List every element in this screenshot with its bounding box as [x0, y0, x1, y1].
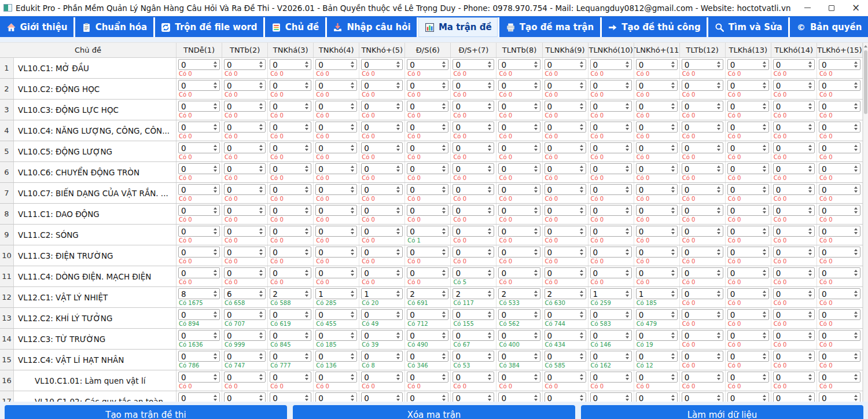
spinner-value[interactable]: 0 [593, 123, 598, 132]
spinner-value[interactable]: 0 [410, 331, 415, 340]
scrollbar-thumb[interactable] [864, 50, 867, 114]
question-count-spinner[interactable]: 0 [636, 101, 678, 112]
question-count-spinner[interactable]: 0 [819, 351, 860, 362]
spinner-up-button[interactable] [534, 291, 538, 293]
spinner-down-button[interactable] [488, 378, 491, 380]
spinner-value[interactable]: 0 [730, 310, 735, 319]
spinner-down-button[interactable] [717, 149, 720, 151]
spinner-value[interactable]: 0 [547, 164, 553, 174]
spinner-up-button[interactable] [259, 124, 263, 126]
spinner-down-button[interactable] [580, 378, 583, 380]
spinner-value[interactable]: 0 [181, 227, 186, 236]
clear-matrix-button[interactable]: Xóa ma trận [293, 405, 575, 419]
spinner-down-button[interactable] [808, 315, 812, 318]
spinner-up-button[interactable] [626, 332, 629, 335]
spinner-up-button[interactable] [671, 61, 675, 64]
spinner-value[interactable]: 0 [227, 185, 232, 194]
question-count-spinner[interactable]: 0 [361, 205, 403, 216]
spinner-value[interactable]: 0 [822, 185, 827, 194]
question-count-spinner[interactable]: 0 [178, 122, 220, 133]
spinner-value[interactable]: 0 [273, 185, 278, 194]
spinner-value[interactable]: 0 [822, 269, 827, 278]
spinner-up-button[interactable] [259, 374, 263, 376]
spinner-down-button[interactable] [717, 211, 720, 214]
spinner-value[interactable]: 2 [547, 289, 553, 299]
spinner-up-button[interactable] [626, 61, 629, 64]
spinner-value[interactable]: 0 [730, 144, 735, 153]
question-count-spinner[interactable]: 0 [590, 80, 632, 91]
spinner-up-button[interactable] [763, 186, 766, 189]
spinner-down-button[interactable] [351, 274, 354, 276]
spinner-up-button[interactable] [351, 332, 354, 335]
spinner-up-button[interactable] [808, 395, 812, 397]
spinner-down-button[interactable] [808, 65, 812, 68]
spinner-up-button[interactable] [717, 395, 720, 397]
question-count-spinner[interactable]: 0 [819, 309, 860, 320]
spinner-value[interactable]: 0 [273, 102, 278, 111]
spinner-up-button[interactable] [214, 374, 217, 376]
spinner-up-button[interactable] [534, 228, 538, 230]
spinner-down-button[interactable] [442, 399, 446, 401]
spinner-up-button[interactable] [214, 207, 217, 210]
spinner-down-button[interactable] [671, 107, 675, 109]
question-count-spinner[interactable]: 0 [178, 351, 220, 362]
spinner-up-button[interactable] [259, 166, 263, 168]
spinner-down-button[interactable] [534, 128, 538, 130]
question-count-spinner[interactable]: 0 [361, 309, 403, 320]
spinner-down-button[interactable] [259, 190, 263, 193]
refresh-data-button[interactable]: Làm mới dữ liệu [581, 405, 863, 419]
spinner-up-button[interactable] [626, 186, 629, 189]
question-count-spinner[interactable]: 0 [270, 267, 311, 278]
spinner-value[interactable]: 0 [455, 352, 461, 361]
question-count-spinner[interactable]: 0 [590, 59, 632, 70]
spinner-value[interactable]: 0 [639, 248, 644, 257]
spinner-value[interactable]: 0 [501, 144, 506, 153]
spinner-value[interactable]: 0 [364, 352, 369, 361]
question-count-spinner[interactable]: 0 [361, 372, 403, 383]
spinner-down-button[interactable] [534, 253, 538, 255]
spinner-down-button[interactable] [442, 378, 446, 380]
spinner-down-button[interactable] [580, 315, 583, 318]
spinner-up-button[interactable] [671, 353, 675, 355]
spinner-down-button[interactable] [305, 128, 308, 130]
spinner-up-button[interactable] [259, 207, 263, 210]
question-count-spinner[interactable]: 0 [819, 205, 860, 216]
spinner-value[interactable]: 0 [273, 248, 278, 257]
spinner-up-button[interactable] [488, 207, 491, 210]
question-count-spinner[interactable]: 0 [590, 142, 632, 153]
spinner-value[interactable]: 0 [776, 81, 781, 90]
spinner-up-button[interactable] [717, 353, 720, 355]
spinner-up-button[interactable] [808, 228, 812, 230]
spinner-down-button[interactable] [808, 170, 812, 172]
spinner-down-button[interactable] [488, 128, 491, 130]
tab-gioi-thieu[interactable]: Giới thiệu [0, 17, 73, 37]
question-count-spinner[interactable]: 0 [727, 288, 769, 299]
spinner-value[interactable]: 0 [593, 331, 598, 340]
spinner-value[interactable]: 1 [639, 289, 644, 299]
spinner-value[interactable]: 0 [547, 81, 553, 90]
spinner-value[interactable]: 0 [455, 248, 461, 257]
spinner-up-button[interactable] [717, 145, 720, 147]
spinner-value[interactable]: 0 [776, 289, 781, 299]
spinner-value[interactable]: 0 [455, 60, 461, 69]
spinner-down-button[interactable] [717, 65, 720, 68]
question-count-spinner[interactable]: 2 [498, 288, 540, 299]
spinner-value[interactable]: 0 [685, 164, 690, 174]
spinner-down-button[interactable] [671, 170, 675, 172]
spinner-up-button[interactable] [854, 228, 858, 230]
spinner-down-button[interactable] [854, 399, 858, 401]
spinner-up-button[interactable] [305, 332, 308, 335]
spinner-value[interactable]: 0 [227, 331, 232, 340]
spinner-up-button[interactable] [351, 249, 354, 251]
spinner-value[interactable]: 0 [455, 144, 461, 153]
spinner-down-button[interactable] [259, 170, 263, 172]
spinner-up-button[interactable] [534, 270, 538, 272]
spinner-value[interactable]: 0 [639, 352, 644, 361]
spinner-up-button[interactable] [442, 311, 446, 314]
question-count-spinner[interactable]: 0 [773, 267, 815, 278]
question-count-spinner[interactable]: 0 [636, 351, 678, 362]
spinner-up-button[interactable] [671, 311, 675, 314]
spinner-value[interactable]: 0 [364, 310, 369, 319]
spinner-value[interactable]: 0 [318, 331, 323, 340]
spinner-value[interactable]: 0 [364, 123, 369, 132]
